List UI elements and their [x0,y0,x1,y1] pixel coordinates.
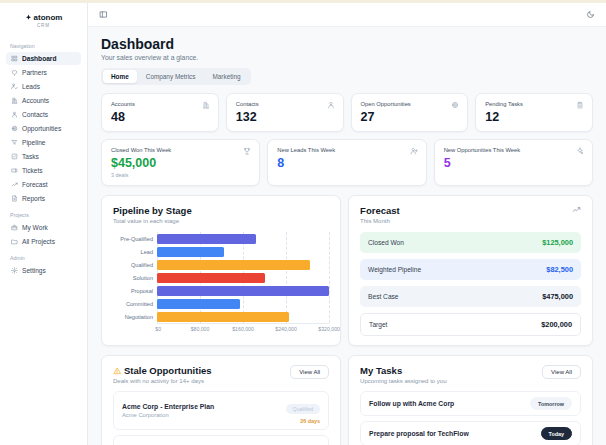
chart-category-label: Lead [113,245,157,258]
days-stale: 26 days [286,418,320,424]
user-icon [327,101,335,109]
stale-title: Stale Opportunities [124,365,212,376]
topbar [88,3,606,27]
chart-x-tick: $320,000 [318,326,340,332]
sidebar-item-label: Accounts [22,97,49,104]
pipeline-chart: Pre-QualifiedLeadQualifiedSolutionPropos… [113,232,329,324]
logo-icon [25,14,32,21]
sidebar-toggle-icon[interactable] [99,10,108,19]
sidebar-item-tickets[interactable]: Tickets [6,164,81,177]
sidebar-item-label: Dashboard [22,55,56,62]
tasks-title: My Tasks [360,365,446,376]
stale-view-all-button[interactable]: View All [290,365,329,379]
stat-card-open-opportunities: Open Opportunities27 [351,93,469,132]
sidebar-item-label: All Projects [22,238,55,245]
forecast-title: Forecast [360,205,400,216]
sidebar-item-forecast[interactable]: Forecast [6,178,81,191]
sidebar-group-admin: AdminSettings [6,255,81,277]
chart-category-label: Negotiation [113,310,157,323]
forecast-row-value: $125,000 [542,238,573,247]
dashboard-content: Dashboard Your sales overview at a glanc… [88,27,606,445]
forecast-row-closed-won: Closed Won$125,000 [360,232,581,253]
pipeline-panel: Pipeline by Stage Total value in each st… [101,195,341,346]
stat-value: 27 [361,110,459,124]
forecast-row-target: Target$200,000 [360,313,581,336]
sidebar-item-settings[interactable]: Settings [6,264,81,277]
building-icon [202,101,210,109]
sidebar-item-all-projects[interactable]: All Projects [6,235,81,248]
sidebar-group-label: Admin [6,255,81,261]
stage-badge: Qualified [286,404,320,414]
sidebar-item-dashboard[interactable]: Dashboard [6,52,81,65]
stat-card-new-leads-this-week: New Leads This Week8 [267,139,426,186]
sparkle-icon [576,147,584,155]
stat-card-pending-tasks: Pending Tasks12 [475,93,593,132]
crm-app: atonom CRM NavigationDashboardPartnersLe… [0,3,606,445]
pipeline-subtitle: Total value in each stage [113,218,329,224]
task-title: Follow up with Acme Corp [369,400,454,407]
tasks-view-all-button[interactable]: View All [542,365,581,379]
clipboard-icon [576,101,584,109]
stat-label: Open Opportunities [361,101,459,107]
trending-up-icon [572,205,581,214]
forecast-row-best-case: Best Case$475,000 [360,286,581,307]
sidebar-item-opportunities[interactable]: Opportunities [6,122,81,135]
theme-toggle-icon[interactable] [586,10,595,19]
chart-category-label: Pre-Qualified [113,232,157,245]
forecast-row-weighted-pipeline: Weighted Pipeline$82,500 [360,259,581,280]
task-row[interactable]: Follow up with Acme CorpTomorrow [360,391,581,416]
chart-bar-committed [157,299,240,309]
trend-icon [11,181,18,188]
forecast-row-value: $82,500 [546,265,573,274]
sidebar-item-contacts[interactable]: Contacts [6,108,81,121]
chart-bar-negotiation [157,312,289,322]
forecast-row-label: Target [369,321,387,328]
sidebar-item-my-work[interactable]: My Work [6,221,81,234]
tab-home[interactable]: Home [103,70,137,83]
task-title: Prepare proposal for TechFlow [369,430,469,437]
tab-marketing[interactable]: Marketing [204,70,248,83]
stat-label: Closed Won This Week [111,147,250,153]
chart-x-tick: $0 [155,326,161,332]
leads-icon [11,83,18,90]
sidebar-item-accounts[interactable]: Accounts [6,94,81,107]
stale-opportunity-row[interactable]: TechFlow - Platform LicenseTechFlow Solu… [113,435,329,445]
stat-value: 132 [236,110,334,124]
sidebar-item-reports[interactable]: Reports [6,192,81,205]
sidebar-item-label: Settings [22,267,46,274]
pipeline-title: Pipeline by Stage [113,205,329,216]
trophy-icon [243,147,251,155]
check-square-icon [11,153,18,160]
chart-bar-lead [157,247,224,257]
stale-subtitle: Deals with no activity for 14+ days [113,378,212,384]
stat-label: Pending Tasks [485,101,583,107]
sidebar-item-tasks[interactable]: Tasks [6,150,81,163]
my-tasks-panel: My Tasks Upcoming tasks assigned to you … [348,355,593,445]
grid-icon [11,55,18,62]
chart-bar-solution [157,273,265,283]
logo: atonom CRM [6,11,81,36]
logo-name: atonom [34,13,63,22]
user-plus-icon [410,147,418,155]
due-badge: Today [541,427,572,440]
chart-category-label: Committed [113,297,157,310]
stat-card-new-opportunities-this-week: New Opportunities This Week5 [434,139,593,186]
tab-company-metrics[interactable]: Company Metrics [138,70,204,83]
page-subtitle: Your sales overview at a glance. [101,54,593,61]
task-row[interactable]: Prepare proposal for TechFlowToday [360,421,581,445]
chart-category-label: Qualified [113,258,157,271]
heart-icon [11,69,18,76]
sidebar-item-leads[interactable]: Leads [6,80,81,93]
target-icon [451,101,459,109]
sidebar-item-pipeline[interactable]: Pipeline [6,136,81,149]
tasks-subtitle: Upcoming tasks assigned to you [360,378,446,384]
stat-label: New Opportunities This Week [444,147,583,153]
opportunity-company: Acme Corporation [122,412,214,418]
forecast-row-label: Weighted Pipeline [368,266,421,273]
user-icon [11,111,18,118]
stale-opportunity-row[interactable]: Acme Corp - Enterprise PlanAcme Corporat… [113,391,329,430]
sidebar: atonom CRM NavigationDashboardPartnersLe… [0,3,88,445]
sidebar-item-partners[interactable]: Partners [6,66,81,79]
forecast-row-value: $475,000 [542,292,573,301]
forecast-row-value: $200,000 [541,320,572,329]
